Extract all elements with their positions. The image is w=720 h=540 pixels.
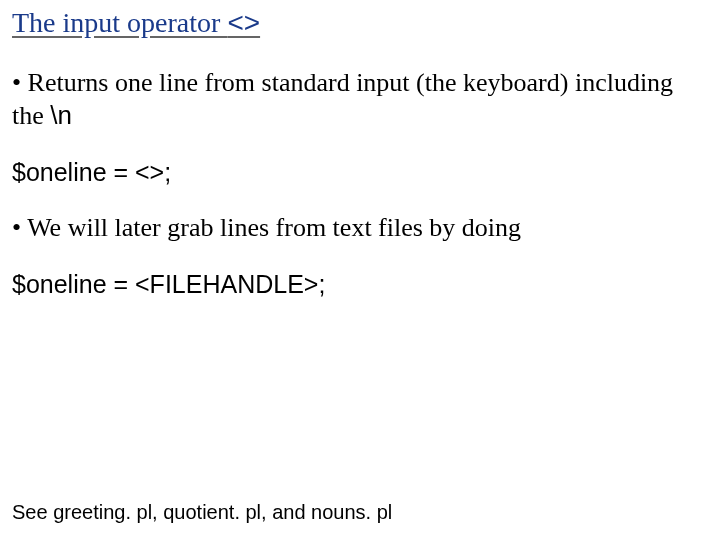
bullet-1-prefix: • [12,68,28,97]
title-text: The input operator [12,7,227,38]
bullet-1-code: \n [50,100,72,130]
slide: The input operator <> • Returns one line… [0,0,720,540]
bullet-2: • We will later grab lines from text fil… [12,212,708,245]
code-line-2: $oneline = <FILEHANDLE>; [12,269,708,300]
bullet-1-text: Returns one line from standard input (th… [12,68,673,131]
title-operator: <> [227,7,260,38]
bullet-2-text: We will later grab lines from text files… [27,213,521,242]
slide-body: • Returns one line from standard input (… [12,67,708,300]
bullet-1: • Returns one line from standard input (… [12,67,708,133]
footer-note: See greeting. pl, quotient. pl, and noun… [12,501,392,524]
code-line-1: $oneline = <>; [12,157,708,188]
bullet-2-prefix: • [12,213,27,242]
slide-title: The input operator <> [12,8,708,39]
